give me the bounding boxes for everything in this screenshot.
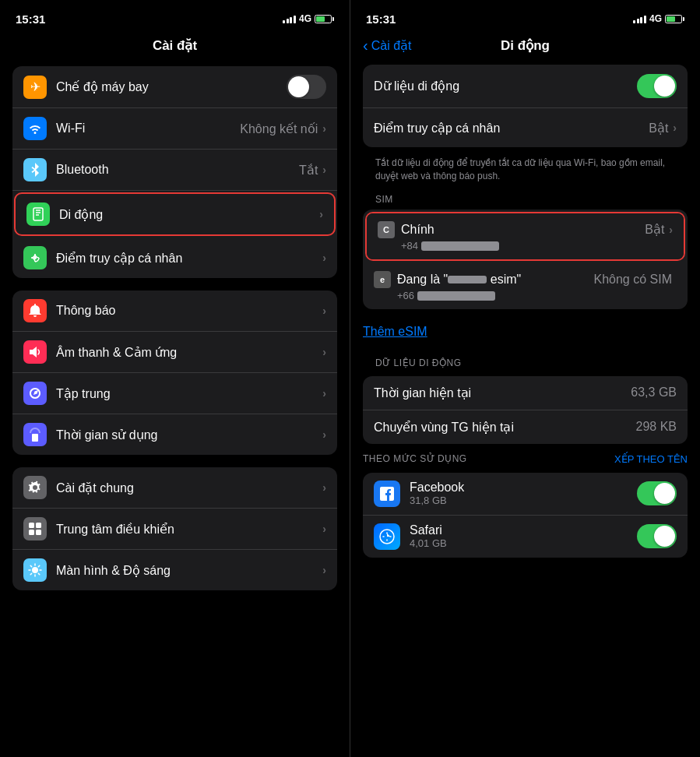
right-status-bar: 15:31 4G xyxy=(350,0,700,34)
right-time: 15:31 xyxy=(366,12,396,26)
mobile-data-section: Dữ liệu di động Điểm truy cập cá nhân Bậ… xyxy=(363,65,688,147)
general-icon xyxy=(23,476,47,499)
data-section-header: DỮ LIỆU DI ĐỘNG xyxy=(350,353,700,371)
safari-app-size: 4,01 GB xyxy=(410,537,637,549)
focus-item[interactable]: Tập trung › xyxy=(12,373,337,414)
left-section-3: Cài đặt chung › Trung tâm điều khiển › xyxy=(12,467,337,590)
hotspot-right-chevron: › xyxy=(673,121,677,134)
sim-esim-row: e Đang là " esim" Không có SIM xyxy=(374,271,677,288)
sim-esim-icon: e xyxy=(374,271,391,288)
sim-main-row: C Chính Bật › xyxy=(378,221,673,238)
bluetooth-value: Tắt xyxy=(299,163,318,178)
general-item[interactable]: Cài đặt chung › xyxy=(12,467,337,509)
mobile-chevron: › xyxy=(319,208,323,220)
sim-main-item[interactable]: C Chính Bật › +84 xyxy=(367,213,684,259)
sim-section: C Chính Bật › +84 e Đang là " esim" Khôn… xyxy=(363,209,688,309)
right-signal-bars-icon xyxy=(633,14,646,23)
wifi-icon xyxy=(23,117,47,140)
screen-time-item[interactable]: Thời gian sử dụng › xyxy=(12,414,337,455)
wifi-item[interactable]: Wi-Fi Không kết nối › xyxy=(12,108,337,150)
left-panel: 15:31 4G Cài đặt ✈ C xyxy=(0,0,350,757)
left-network: 4G xyxy=(299,13,311,24)
right-battery-tip xyxy=(683,17,684,21)
sim-esim-number-redacted xyxy=(417,291,495,301)
left-section-1: ✈ Chế độ máy bay Wi-Fi Không kết nối › xyxy=(12,66,337,278)
facebook-app-name: Facebook xyxy=(410,481,637,495)
display-label: Màn hình & Độ sáng xyxy=(56,563,322,578)
sim-esim-name-redacted xyxy=(448,276,487,283)
right-status-icons: 4G xyxy=(633,13,684,24)
bluetooth-chevron: › xyxy=(322,164,326,176)
usage-section-label: THEO MỨC SỬ DỤNG xyxy=(363,453,614,464)
notifications-icon xyxy=(23,299,47,322)
svg-rect-9 xyxy=(29,530,34,535)
right-battery-body xyxy=(665,15,682,23)
signal-bars-icon xyxy=(283,14,296,23)
general-label: Cài đặt chung xyxy=(56,481,322,495)
left-status-bar: 15:31 4G xyxy=(0,0,350,34)
hotspot-item-right[interactable]: Điểm truy cập cá nhân Bật › xyxy=(363,108,688,147)
wifi-label: Wi-Fi xyxy=(56,121,240,136)
app-safari-item[interactable]: Safari 4,01 GB xyxy=(363,516,688,558)
facebook-app-size: 31,8 GB xyxy=(410,495,637,506)
bluetooth-icon xyxy=(23,158,47,181)
wifi-value: Không kết nối xyxy=(240,121,318,136)
app-facebook-item[interactable]: Facebook 31,8 GB xyxy=(363,473,688,516)
facebook-toggle-knob xyxy=(654,483,675,504)
sound-label: Âm thanh & Cảm ứng xyxy=(56,345,322,360)
back-label: Cài đặt xyxy=(371,38,412,53)
hotspot-label-right: Điểm truy cập cá nhân xyxy=(374,121,649,136)
left-time: 15:31 xyxy=(16,12,45,26)
left-title: Cài đặt xyxy=(153,38,197,53)
svg-point-11 xyxy=(32,567,38,573)
svg-marker-5 xyxy=(30,347,37,357)
sound-item[interactable]: Âm thanh & Cảm ứng › xyxy=(12,332,337,373)
back-chevron-icon: ‹ xyxy=(363,37,368,55)
hotspot-item[interactable]: Điểm truy cập cá nhân › xyxy=(12,238,337,278)
data-label-0: Thời gian hiện tại xyxy=(374,386,631,400)
control-center-icon xyxy=(23,517,47,540)
screen-time-label: Thời gian sử dụng xyxy=(56,428,322,442)
mobile-data-item[interactable]: Dữ liệu di động xyxy=(363,65,688,108)
sim-main-highlighted[interactable]: C Chính Bật › +84 xyxy=(365,212,685,261)
mobile-item[interactable]: Di động › xyxy=(14,192,336,236)
safari-app-name: Safari xyxy=(410,523,637,537)
control-center-item[interactable]: Trung tâm điều khiển › xyxy=(12,509,337,550)
sim-section-header: SIM xyxy=(350,189,700,208)
usage-sort-button[interactable]: XẾP THEO TÊN xyxy=(614,453,688,465)
hotspot-chevron: › xyxy=(322,252,326,264)
right-nav-bar: ‹ Cài đặt Di động xyxy=(350,34,700,60)
control-center-chevron: › xyxy=(322,523,326,535)
bluetooth-item[interactable]: Bluetooth Tắt › xyxy=(12,150,337,191)
add-esim-link[interactable]: Thêm eSIM xyxy=(363,315,688,348)
facebook-toggle[interactable] xyxy=(637,481,677,505)
left-nav-bar: Cài đặt xyxy=(0,34,350,60)
mobile-label: Di động xyxy=(59,207,319,222)
apps-section: Facebook 31,8 GB Safari 4,01 GB xyxy=(363,473,688,558)
right-panel: 15:31 4G ‹ Cài đặt Di động xyxy=(350,0,700,757)
signal-bar-2 xyxy=(287,19,289,23)
notifications-label: Thông báo xyxy=(56,304,322,318)
airplane-mode-item[interactable]: ✈ Chế độ máy bay xyxy=(12,66,337,108)
screen-time-chevron: › xyxy=(322,428,326,441)
wifi-chevron: › xyxy=(322,122,326,135)
safari-app-icon xyxy=(374,523,400,550)
back-button[interactable]: ‹ Cài đặt xyxy=(363,37,411,55)
signal-bar-3 xyxy=(290,17,292,23)
notifications-item[interactable]: Thông báo › xyxy=(12,290,337,332)
battery-body xyxy=(315,15,332,23)
mobile-data-toggle[interactable] xyxy=(637,74,677,98)
safari-toggle[interactable] xyxy=(637,524,677,548)
airplane-label: Chế độ máy bay xyxy=(56,79,287,94)
display-item[interactable]: Màn hình & Độ sáng › xyxy=(12,550,337,590)
sim-esim-number: +66 xyxy=(374,290,677,301)
add-esim-container: Thêm eSIM xyxy=(350,311,700,353)
right-battery-fill xyxy=(667,16,675,22)
sim-esim-item[interactable]: e Đang là " esim" Không có SIM +66 xyxy=(363,263,688,309)
focus-label: Tập trung xyxy=(56,386,322,401)
mobile-description: Tắt dữ liệu di động để truyền tắt ca dữ … xyxy=(350,152,700,189)
airplane-toggle[interactable] xyxy=(287,75,326,99)
facebook-app-icon xyxy=(374,481,400,507)
signal-bar-1 xyxy=(283,20,285,23)
display-icon xyxy=(23,558,47,582)
